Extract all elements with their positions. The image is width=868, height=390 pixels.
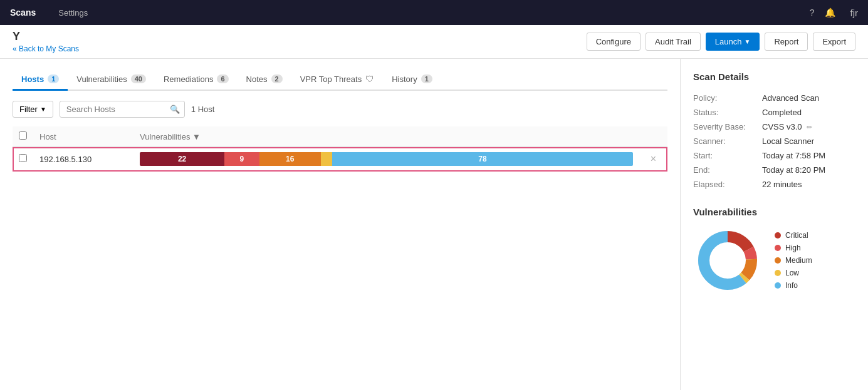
detail-status-label: Status: (693, 105, 762, 120)
detail-policy-value: Advanced Scan (762, 91, 855, 105)
detail-start-label: Start: (693, 148, 762, 163)
scan-details-title: Scan Details (693, 71, 855, 82)
legend-high: High (775, 244, 812, 252)
host-ip: 192.168.5.130 (39, 155, 92, 164)
left-panel: Hosts 1 Vulnerabilities 40 Remediations … (0, 59, 680, 390)
tab-bar: Hosts 1 Vulnerabilities 40 Remediations … (13, 69, 667, 91)
launch-button[interactable]: Launch ▼ (706, 33, 760, 51)
tab-vpr[interactable]: VPR Top Threats 🛡 (291, 69, 384, 91)
shield-icon: 🛡 (365, 74, 374, 84)
tab-remediations[interactable]: Remediations 6 (155, 69, 238, 91)
detail-severity-label: Severity Base: (693, 120, 762, 134)
launch-chevron-icon: ▼ (744, 38, 750, 45)
detail-policy: Policy: Advanced Scan (693, 91, 855, 105)
close-row-button[interactable]: × (646, 151, 661, 167)
vuln-info-seg: 78 (332, 152, 632, 166)
search-icon: 🔍 (170, 105, 180, 114)
table-header: Host Vulnerabilities ▼ (13, 126, 667, 147)
vulnerabilities-chart-title: Vulnerabilities (693, 207, 855, 217)
detail-status: Status: Completed (693, 105, 855, 120)
vulnerabilities-chart: Critical High Medium Low Info (693, 226, 855, 295)
tab-history[interactable]: History 1 (383, 69, 441, 91)
table-row[interactable]: 192.168.5.130 22 9 16 (13, 147, 667, 172)
edit-severity-icon[interactable]: ✏ (807, 123, 812, 131)
table-body: 192.168.5.130 22 9 16 (13, 147, 667, 172)
notification-icon[interactable]: 🔔 (825, 8, 835, 18)
tab-hosts[interactable]: Hosts 1 (13, 69, 68, 91)
legend-info: Info (775, 281, 812, 290)
filter-chevron-icon: ▼ (40, 106, 46, 113)
search-wrap: 🔍 (60, 101, 185, 118)
detail-end-label: End: (693, 163, 762, 177)
scan-details-table: Policy: Advanced Scan Status: Completed … (693, 91, 855, 192)
export-button[interactable]: Export (813, 33, 855, 51)
th-vulnerabilities[interactable]: Vulnerabilities ▼ (133, 126, 639, 147)
vuln-high-seg: 9 (224, 152, 259, 166)
user-label[interactable]: fjr (850, 8, 859, 18)
detail-scanner: Scanner: Local Scanner (693, 134, 855, 148)
detail-scanner-label: Scanner: (693, 134, 762, 148)
search-input[interactable] (60, 101, 185, 118)
legend-medium: Medium (775, 256, 812, 265)
detail-elapsed: Elapsed: 22 minutes (693, 177, 855, 192)
detail-start: Start: Today at 7:58 PM (693, 148, 855, 163)
th-host[interactable]: Host (33, 126, 133, 147)
low-dot (775, 270, 781, 276)
detail-end: End: Today at 8:20 PM (693, 163, 855, 177)
vuln-low-seg (321, 152, 332, 166)
vuln-bar-cell: 22 9 16 78 (133, 147, 639, 172)
chart-legend: Critical High Medium Low Info (775, 231, 812, 290)
page-title: Y (13, 30, 79, 43)
svg-point-6 (710, 243, 745, 278)
page-header-left: Y « Back to My Scans (13, 30, 79, 53)
legend-critical: Critical (775, 231, 812, 240)
hosts-table: Host Vulnerabilities ▼ 192.168.5.130 (13, 126, 667, 172)
filter-row: Filter ▼ 🔍 1 Host (13, 101, 667, 118)
th-actions (639, 126, 667, 147)
detail-severity-value: CVSS v3.0 ✏ (762, 120, 855, 134)
host-count: 1 Host (191, 105, 215, 114)
host-ip-cell: 192.168.5.130 (33, 147, 133, 172)
legend-low: Low (775, 269, 812, 277)
select-all-checkbox[interactable] (19, 131, 27, 140)
detail-policy-label: Policy: (693, 91, 762, 105)
detail-elapsed-label: Elapsed: (693, 177, 762, 192)
medium-dot (775, 257, 781, 264)
tab-vulnerabilities[interactable]: Vulnerabilities 40 (68, 69, 155, 91)
detail-severity: Severity Base: CVSS v3.0 ✏ (693, 120, 855, 134)
detail-elapsed-value: 22 minutes (762, 177, 855, 192)
configure-button[interactable]: Configure (587, 33, 641, 51)
back-link[interactable]: « Back to My Scans (13, 44, 79, 53)
brand-logo[interactable]: Scans (10, 8, 36, 18)
detail-status-value: Completed (762, 105, 855, 120)
right-panel: Scan Details Policy: Advanced Scan Statu… (680, 59, 868, 390)
vuln-critical-seg: 22 (140, 152, 224, 166)
page-header: Y « Back to My Scans Configure Audit Tra… (0, 25, 868, 59)
nav-item-settings[interactable]: Settings (51, 0, 95, 25)
donut-chart (693, 226, 762, 295)
row-checkbox-cell (13, 147, 33, 172)
nav-icons: ? 🔔 fjr (810, 8, 858, 18)
critical-dot (775, 232, 781, 239)
vuln-medium-seg: 16 (259, 152, 321, 166)
detail-end-value: Today at 8:20 PM (762, 163, 855, 177)
report-button[interactable]: Report (765, 33, 808, 51)
main-content: Hosts 1 Vulnerabilities 40 Remediations … (0, 59, 868, 390)
filter-button[interactable]: Filter ▼ (13, 101, 53, 118)
top-navigation: Scans Settings ? 🔔 fjr (0, 0, 868, 25)
page-header-actions: Configure Audit Trail Launch ▼ Report Ex… (587, 33, 855, 51)
th-checkbox (13, 126, 33, 147)
vulnerability-bar: 22 9 16 78 (140, 152, 633, 166)
high-dot (775, 245, 781, 251)
detail-scanner-value: Local Scanner (762, 134, 855, 148)
row-checkbox[interactable] (19, 154, 27, 162)
audit-trail-button[interactable]: Audit Trail (646, 33, 701, 51)
row-close-cell: × (639, 147, 667, 172)
info-dot (775, 282, 781, 289)
help-icon[interactable]: ? (810, 8, 815, 18)
tab-notes[interactable]: Notes 2 (238, 69, 291, 91)
detail-start-value: Today at 7:58 PM (762, 148, 855, 163)
